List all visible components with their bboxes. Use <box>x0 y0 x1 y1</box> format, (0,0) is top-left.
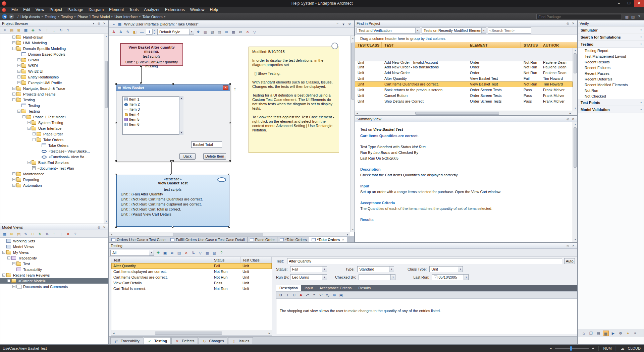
summary-scrollbar[interactable]: ▲ ▼ <box>573 122 577 242</box>
list-item[interactable]: Item 2 <box>123 102 183 107</box>
diagram-tab[interactable]: Orders Use Case x Test Case ✕ <box>109 237 168 242</box>
more-portal-icon[interactable]: ≡ <box>632 331 638 336</box>
edit-view-icon[interactable]: ✎ <box>23 231 29 237</box>
diagram-tab[interactable]: Place Order ✕ <box>248 237 278 242</box>
scroll-down-icon[interactable]: ▼ <box>573 237 578 242</box>
tree-item[interactable]: + Win32 UI <box>0 68 104 74</box>
ea-logo-icon[interactable] <box>2 8 6 12</box>
type-dropdown[interactable]: Standard ▼ <box>357 266 394 272</box>
date-checkbox[interactable]: ✓ <box>434 276 437 279</box>
tree-item[interactable]: + System Testing <box>0 120 104 125</box>
verify-row[interactable]: Model Validation ▾ <box>578 106 644 113</box>
verify-row[interactable]: Not Checked ▾ <box>578 93 644 99</box>
result-row[interactable]: Unit Cancel Button Order Screen Tests Pa… <box>355 93 573 99</box>
auto-button[interactable]: Auto <box>564 258 575 264</box>
panel-menu-icon[interactable]: ▾ <box>91 22 96 25</box>
layout-tools-icon[interactable]: ▦ <box>230 29 236 35</box>
spinner-arrows-icon[interactable]: ▲▼ <box>152 29 156 35</box>
home-portal-icon[interactable]: ⌂ <box>581 331 587 336</box>
expand-toggle[interactable]: - <box>2 251 5 254</box>
bottom-tab[interactable]: Issues <box>228 337 253 344</box>
test-name-input[interactable] <box>287 258 562 264</box>
expand-toggle[interactable]: - <box>17 110 20 113</box>
maximize-button[interactable]: ❐ <box>624 0 634 7</box>
space-evenly-icon[interactable]: ▤ <box>216 29 222 35</box>
list-item[interactable]: Item 1 <box>123 97 183 102</box>
tab-menu-icon[interactable]: ▾ <box>340 21 346 27</box>
result-row[interactable]: Unit Cart Items Quantities are correct. … <box>355 81 573 87</box>
scroll-right-icon[interactable]: ▶ <box>267 331 272 336</box>
new-package-icon[interactable]: ⊞ <box>16 27 22 33</box>
last-run-date-picker[interactable]: ✓ 05/10/2005 ▼ <box>432 274 469 280</box>
breadcrumb-item[interactable]: Help Assets ▸ <box>20 15 45 19</box>
search-category-dropdown[interactable]: Test and Verification ▼ <box>357 27 420 34</box>
new-diagram-icon[interactable]: ▦ <box>23 27 29 33</box>
connector-handle[interactable] <box>140 65 142 67</box>
refresh-icon[interactable]: ↻ <box>58 27 64 33</box>
selection-handle[interactable] <box>228 226 230 228</box>
help-icon[interactable]: ? <box>218 250 224 255</box>
test-row[interactable]: Cart Items displayed are correct. Not Ru… <box>111 269 272 275</box>
expand-toggle[interactable]: - <box>12 47 15 50</box>
tree-item[interactable]: Domain Based Models <box>0 51 104 57</box>
expand-toggle[interactable]: - <box>12 98 15 101</box>
checked-by-dropdown[interactable]: ▼ <box>359 274 395 280</box>
move-down-icon[interactable]: ↓ <box>58 231 64 237</box>
run-by-dropdown[interactable]: Leo Burns ▼ <box>290 274 327 280</box>
tree-item[interactable]: «document» Test Plan <box>0 165 104 171</box>
dropdown-arrow-icon[interactable]: ▼ <box>390 275 395 280</box>
tree-item[interactable]: + Place Order <box>0 131 104 137</box>
detail-tab[interactable]: Input <box>301 285 316 291</box>
close-icon[interactable]: ✕ <box>571 117 576 121</box>
results-horizontal-scrollbar[interactable]: ◀ ▶ <box>355 111 573 115</box>
italic-button[interactable]: I <box>284 292 290 298</box>
expand-toggle[interactable]: + <box>17 64 20 67</box>
description-editor[interactable]: The shopping cart view allows the user t… <box>276 299 578 334</box>
settings-portal-icon[interactable]: ⚙ <box>618 331 624 336</box>
tree-item[interactable]: + Entity Relationship <box>0 74 104 80</box>
close-icon[interactable]: ✕ <box>571 22 576 25</box>
result-row[interactable]: Unit Alter Quantity View Basket Test Fai… <box>355 76 573 81</box>
numbered-list-button[interactable]: ≡ <box>311 292 317 298</box>
edit-icon[interactable]: ✎ <box>125 29 131 35</box>
scroll-thumb[interactable] <box>173 233 263 236</box>
dialog-close-icon[interactable]: ✕ <box>223 85 228 90</box>
superscript-button[interactable]: x² <box>318 292 324 298</box>
list-item[interactable]: Item 4 <box>123 112 183 117</box>
simulation-portal-icon[interactable]: ✦ <box>625 331 631 336</box>
dropdown-arrow-icon[interactable]: ▼ <box>458 267 463 272</box>
zoom-out-icon[interactable]: − <box>550 346 552 350</box>
column-header[interactable]: TEST <box>382 42 467 48</box>
chevron-down-icon[interactable]: ▾ <box>640 29 642 32</box>
expand-toggle[interactable]: - <box>22 115 25 118</box>
tree-item[interactable]: Testing <box>0 103 104 108</box>
tree-item[interactable]: Traceability <box>0 267 108 272</box>
window-list-icon[interactable]: ▤ <box>630 14 636 19</box>
bottom-tab[interactable]: Traceability <box>110 337 143 344</box>
scroll-thumb[interactable] <box>105 61 108 108</box>
column-header[interactable]: Test <box>111 257 212 263</box>
dialog-title-bar[interactable]: View Basket ✕ <box>116 84 230 91</box>
list-item[interactable]: Item 5 <box>123 117 183 122</box>
sort-icon[interactable]: ⇅ <box>44 231 50 237</box>
list-item[interactable]: Item 6 <box>123 122 183 127</box>
verify-row[interactable]: Recent Results ▾ <box>578 59 644 65</box>
delete-icon[interactable]: ✕ <box>183 250 189 255</box>
selection-handle[interactable] <box>229 160 231 162</box>
diagram-canvas[interactable]: View Basket Alter quantity missing. test… <box>109 36 350 232</box>
expand-toggle[interactable]: + <box>12 262 15 265</box>
delete-icon[interactable]: ✕ <box>65 231 71 237</box>
expand-toggle[interactable]: - <box>7 279 10 282</box>
verify-row[interactable]: Search for Simulations ▾ <box>578 34 644 41</box>
style-dropdown[interactable]: Default Style ▼ <box>157 29 194 35</box>
dropdown-arrow-icon[interactable]: ▼ <box>322 275 327 280</box>
tree-item[interactable]: + Reporting <box>0 177 104 182</box>
tree-item[interactable]: - Domain Specific Modeling <box>0 46 104 51</box>
scroll-thumb[interactable] <box>574 53 577 73</box>
selection-handle[interactable] <box>172 226 173 228</box>
section-header[interactable]: Description <box>360 167 573 172</box>
font-style-icon[interactable]: A <box>118 29 124 35</box>
browser-menu-icon[interactable]: ≡ <box>2 27 8 33</box>
expand-toggle[interactable]: - <box>2 274 5 277</box>
zoom-slider-thumb[interactable] <box>570 346 572 351</box>
